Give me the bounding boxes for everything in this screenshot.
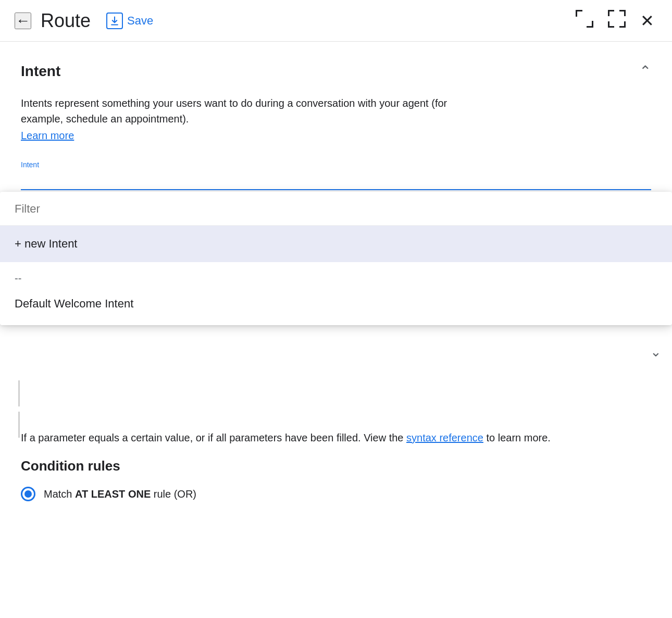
condition-text-suffix: to learn more.	[483, 432, 551, 443]
default-welcome-option[interactable]: Default Welcome Intent	[0, 289, 672, 325]
main-content: Intent ⌃ Intents represent something you…	[0, 42, 672, 501]
dropdown-filter-container	[0, 192, 672, 226]
save-button[interactable]: Save	[100, 8, 159, 33]
syntax-reference-link[interactable]: syntax reference	[406, 432, 483, 443]
condition-text-prefix: If a parameter equals a certain value, o…	[21, 432, 406, 443]
radio-inner	[24, 490, 32, 498]
page-title: Route	[41, 10, 91, 32]
match-bold: AT LEAST ONE	[75, 488, 151, 500]
match-label: Match AT LEAST ONE rule (OR)	[44, 488, 196, 500]
intent-field-label: Intent	[21, 160, 651, 169]
match-prefix: Match	[44, 488, 75, 500]
header: ← Route Save ✕	[0, 0, 672, 42]
header-left: ← Route Save	[15, 8, 573, 33]
back-button[interactable]: ←	[15, 13, 31, 29]
new-intent-option[interactable]: + new Intent	[0, 226, 672, 262]
fullscreen-button[interactable]	[573, 7, 596, 34]
match-rule-row: Match AT LEAST ONE rule (OR)	[21, 487, 651, 501]
match-suffix: rule (OR)	[151, 488, 196, 500]
fullscreen-icon	[576, 10, 593, 28]
intent-input[interactable]	[21, 171, 651, 187]
section-title: Intent	[21, 63, 60, 80]
condition-rules-title: Condition rules	[21, 458, 651, 474]
collapse-button[interactable]: ⌃	[639, 63, 651, 80]
intent-dropdown: + new Intent -- Default Welcome Intent	[0, 192, 672, 325]
compress-icon	[608, 10, 626, 28]
filter-input[interactable]	[15, 202, 657, 216]
save-icon	[106, 13, 123, 29]
condition-section: If a parameter equals a certain value, o…	[21, 430, 651, 501]
close-button[interactable]: ✕	[637, 8, 657, 34]
match-radio-button[interactable]	[21, 487, 35, 501]
right-chevron[interactable]: ⌄	[650, 344, 662, 360]
sidebar-line-1	[18, 380, 20, 406]
sidebar-line-2	[18, 412, 20, 438]
learn-more-link[interactable]: Learn more	[21, 130, 74, 142]
header-icons: ✕	[573, 7, 657, 34]
dropdown-divider: --	[0, 262, 672, 289]
intent-input-wrapper: Intent	[21, 160, 651, 190]
condition-description: If a parameter equals a certain value, o…	[21, 430, 651, 446]
section-header: Intent ⌃	[21, 63, 651, 80]
compress-button[interactable]	[605, 7, 629, 34]
intent-field-container: Intent + new Intent -- Default Welcome I…	[21, 160, 651, 190]
save-label: Save	[127, 14, 153, 28]
intent-description: Intents represent something your users w…	[21, 95, 490, 127]
